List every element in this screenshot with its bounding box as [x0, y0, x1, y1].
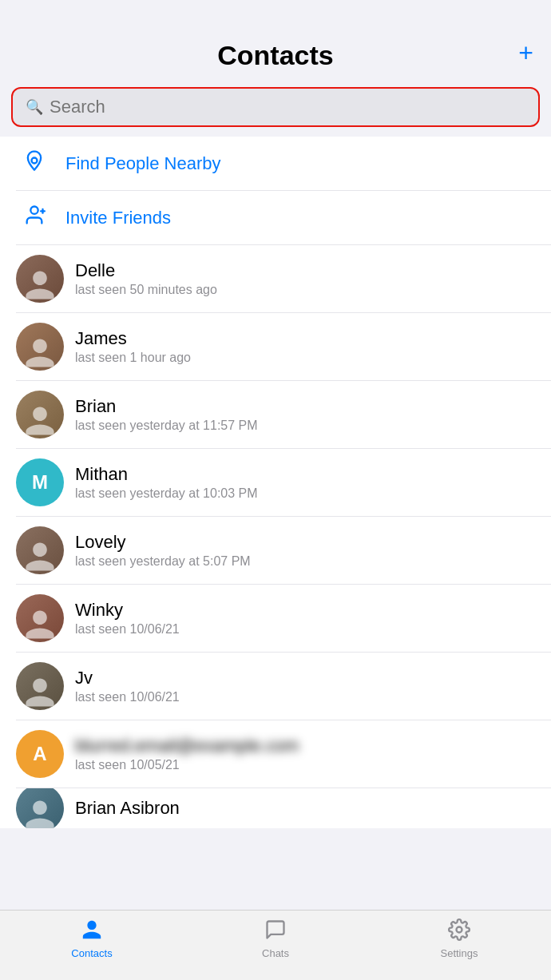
- contact-status: last seen yesterday at 11:57 PM: [75, 419, 535, 433]
- find-people-nearby-label: Find People Nearby: [65, 153, 220, 174]
- tab-bar: Contacts Chats Settings: [0, 910, 551, 980]
- contact-status: last seen 10/05/21: [75, 758, 535, 772]
- contact-status: last seen yesterday at 5:07 PM: [75, 554, 535, 569]
- header: Contacts +: [0, 0, 551, 81]
- tab-settings-label: Settings: [441, 947, 478, 959]
- list-item[interactable]: Delle last seen 50 minutes ago: [0, 245, 551, 312]
- contact-name: Jv: [75, 668, 535, 688]
- settings-icon: [448, 919, 470, 944]
- contact-status: last seen 10/06/21: [75, 622, 535, 637]
- contact-name: Lovely: [75, 532, 535, 553]
- avatar: [16, 391, 64, 438]
- list-item[interactable]: Brian Asibron: [0, 788, 551, 828]
- contact-info: blurred.email@example.com last seen 10/0…: [75, 736, 535, 772]
- location-icon: [16, 149, 53, 177]
- list-item[interactable]: Jv last seen 10/06/21: [0, 653, 551, 720]
- contact-info: Lovely last seen yesterday at 5:07 PM: [75, 532, 535, 569]
- contact-info: Brian Asibron: [75, 798, 535, 819]
- contact-name: Delle: [75, 260, 535, 281]
- list-item[interactable]: James last seen 1 hour ago: [0, 313, 551, 380]
- invite-friends-label: Invite Friends: [65, 208, 171, 228]
- contact-status: last seen 1 hour ago: [75, 351, 535, 365]
- avatar: [16, 255, 64, 303]
- contacts-list: Find People Nearby Invite Friends Delle …: [0, 137, 551, 828]
- list-item[interactable]: Winky last seen 10/06/21: [0, 585, 551, 652]
- find-people-nearby-item[interactable]: Find People Nearby: [0, 137, 551, 190]
- avatar: [16, 788, 64, 828]
- contact-info: Brian last seen yesterday at 11:57 PM: [75, 396, 535, 433]
- invite-friends-item[interactable]: Invite Friends: [0, 191, 551, 244]
- list-item[interactable]: M Mithan last seen yesterday at 10:03 PM: [0, 449, 551, 516]
- contact-name: Brian: [75, 396, 535, 417]
- search-icon: 🔍: [26, 98, 43, 116]
- tab-contacts-label: Contacts: [71, 947, 112, 959]
- contact-name: Mithan: [75, 464, 535, 485]
- search-input[interactable]: [50, 97, 525, 117]
- chats-icon: [264, 919, 287, 944]
- add-contact-button[interactable]: +: [518, 40, 533, 65]
- tab-contacts[interactable]: Contacts: [0, 919, 184, 959]
- invite-friends-icon: [16, 204, 53, 232]
- contact-info: Mithan last seen yesterday at 10:03 PM: [75, 464, 535, 501]
- contact-info: Jv last seen 10/06/21: [75, 668, 535, 704]
- avatar: [16, 323, 64, 371]
- search-container: 🔍: [0, 81, 551, 137]
- svg-point-0: [32, 158, 38, 164]
- contact-name: James: [75, 328, 535, 349]
- contact-info: Winky last seen 10/06/21: [75, 600, 535, 637]
- list-item[interactable]: Lovely last seen yesterday at 5:07 PM: [0, 517, 551, 584]
- list-item[interactable]: Brian last seen yesterday at 11:57 PM: [0, 381, 551, 448]
- avatar: [16, 662, 64, 710]
- contact-info: James last seen 1 hour ago: [75, 328, 535, 365]
- tab-chats[interactable]: Chats: [184, 919, 367, 959]
- contact-name-blurred: blurred.email@example.com: [75, 736, 535, 756]
- tab-settings[interactable]: Settings: [367, 919, 551, 959]
- contacts-icon: [81, 919, 103, 944]
- avatar: M: [16, 458, 64, 506]
- contact-info: Delle last seen 50 minutes ago: [75, 260, 535, 297]
- svg-point-4: [457, 927, 462, 933]
- page-title: Contacts: [217, 40, 333, 71]
- svg-point-1: [30, 207, 38, 214]
- avatar: [16, 594, 64, 642]
- search-bar[interactable]: 🔍: [11, 87, 540, 127]
- contact-status: last seen yesterday at 10:03 PM: [75, 486, 535, 501]
- avatar: [16, 526, 64, 574]
- avatar: A: [16, 730, 64, 778]
- contact-status: last seen 10/06/21: [75, 690, 535, 704]
- tab-chats-label: Chats: [262, 947, 289, 959]
- contact-name: Winky: [75, 600, 535, 621]
- contact-status: last seen 50 minutes ago: [75, 283, 535, 297]
- contact-name: Brian Asibron: [75, 798, 535, 819]
- list-item[interactable]: A blurred.email@example.com last seen 10…: [0, 720, 551, 788]
